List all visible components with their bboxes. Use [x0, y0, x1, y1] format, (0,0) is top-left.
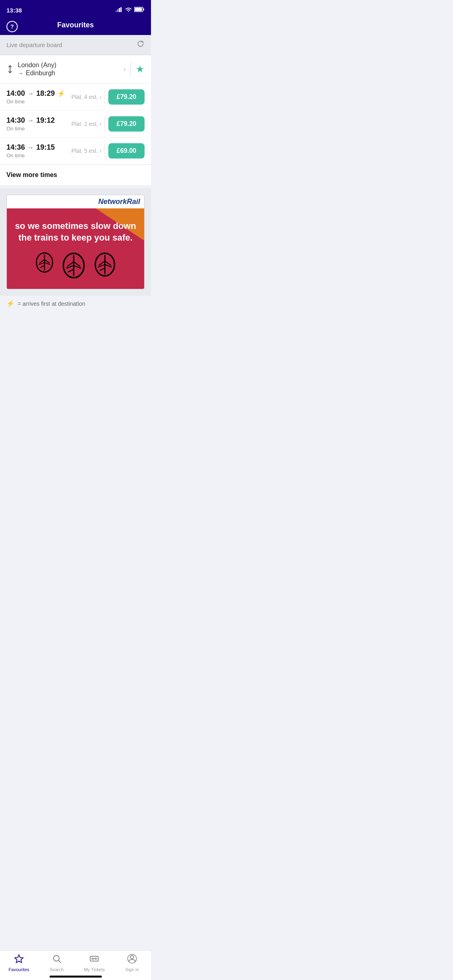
route-section[interactable]: London (Any) → Edinburgh › ★ [0, 55, 151, 84]
route-left: London (Any) → Edinburgh [6, 62, 56, 77]
platform-chevron-icon: › [99, 148, 101, 154]
network-rail-logo: NetworkRail [98, 198, 140, 206]
ad-header: NetworkRail [7, 195, 144, 208]
platform-info: Plat. 4 est. › [71, 94, 101, 100]
svg-rect-3 [120, 7, 122, 12]
ad-content: so we sometimes slow down the trains to … [7, 208, 144, 289]
train-arrow-icon: → [27, 144, 34, 151]
platform-chevron-icon: › [99, 94, 101, 100]
train-arrow-icon: → [27, 117, 34, 124]
refresh-icon[interactable] [137, 40, 145, 50]
train-item[interactable]: 14:36 → 19:15 On time Plat. 5 est. › £69… [0, 138, 151, 165]
svg-rect-2 [119, 8, 120, 12]
main-content: Live departure board London (Any) → Edin… [0, 35, 151, 344]
svg-rect-6 [135, 8, 142, 11]
page-title: Favourites [57, 21, 94, 29]
train-status: On time [6, 152, 71, 159]
train-left: 14:00 → 18:29 ⚡ On time [6, 89, 71, 105]
train-times: 14:00 → 18:29 ⚡ [6, 89, 71, 98]
view-more-label: View more times [6, 171, 57, 178]
platform-label: Plat. 4 est. [71, 94, 98, 100]
train-divider [105, 117, 105, 131]
wifi-icon [125, 7, 132, 14]
view-more-section[interactable]: View more times [0, 165, 151, 185]
price-button[interactable]: £79.20 [108, 116, 145, 132]
svg-rect-5 [143, 8, 145, 10]
train-left: 14:36 → 19:15 On time [6, 143, 71, 159]
platform-label: Plat. 5 est. [71, 148, 98, 154]
depart-time: 14:00 [6, 89, 25, 98]
route-right: › ★ [124, 62, 145, 76]
train-arrow-icon: → [27, 90, 34, 97]
route-to-row: → Edinburgh [18, 70, 56, 77]
svg-line-18 [68, 270, 74, 272]
help-button[interactable]: ? [6, 21, 18, 32]
platform-label: Plat. 2 est. [71, 121, 98, 127]
battery-icon [134, 6, 145, 14]
train-left: 14:30 → 19:12 On time [6, 116, 71, 132]
route-arrow-icon: → [18, 70, 23, 76]
route-divider [130, 62, 131, 76]
status-bar: 13:38 [0, 0, 151, 18]
departure-board-bar[interactable]: Live departure board [0, 35, 151, 55]
swap-icon[interactable] [6, 65, 14, 74]
signal-icon [116, 7, 123, 13]
lightning-icon: ⚡ [57, 90, 65, 97]
ad-card: NetworkRail so we sometimes slow down th… [6, 195, 145, 289]
legend-text: = arrives first at destination [18, 301, 85, 307]
price-button[interactable]: £79.20 [108, 89, 145, 105]
legend: ⚡ = arrives first at destination [0, 296, 151, 311]
leaf-icon [92, 251, 118, 278]
svg-line-11 [40, 266, 44, 268]
train-times: 14:36 → 19:15 [6, 143, 71, 152]
train-item[interactable]: 14:30 → 19:12 On time Plat. 2 est. › £79… [0, 111, 151, 138]
train-divider [105, 144, 105, 158]
status-time: 13:38 [6, 7, 22, 14]
favourite-star-icon[interactable]: ★ [136, 64, 145, 75]
route-info: London (Any) → Edinburgh [18, 62, 56, 77]
status-icons [116, 6, 145, 14]
train-item[interactable]: 14:00 → 18:29 ⚡ On time Plat. 4 est. › £… [0, 84, 151, 111]
arrive-time: 19:12 [36, 116, 55, 125]
depart-time: 14:30 [6, 116, 25, 125]
train-times: 14:30 → 19:12 [6, 116, 71, 125]
route-from: London (Any) [18, 62, 56, 69]
train-right: Plat. 2 est. › £79.20 [71, 116, 145, 132]
platform-chevron-icon: › [99, 121, 101, 127]
train-status: On time [6, 126, 71, 132]
depart-time: 14:36 [6, 143, 25, 152]
route-to: Edinburgh [26, 70, 55, 77]
ad-banner: NetworkRail so we sometimes slow down th… [0, 188, 151, 296]
train-divider [105, 90, 105, 104]
svg-line-25 [99, 268, 105, 271]
platform-info: Plat. 2 est. › [71, 121, 101, 127]
leaf-icon [33, 251, 56, 274]
legend-lightning-icon: ⚡ [6, 300, 14, 307]
ad-message: so we sometimes slow down the trains to … [15, 216, 136, 251]
ad-leaves-decoration [15, 251, 136, 284]
svg-rect-0 [116, 10, 117, 12]
platform-info: Plat. 5 est. › [71, 148, 101, 154]
train-status: On time [6, 99, 71, 105]
train-right: Plat. 5 est. › £69.00 [71, 143, 145, 159]
svg-rect-1 [117, 9, 118, 12]
train-right: Plat. 4 est. › £79.20 [71, 89, 145, 105]
arrive-time: 19:15 [36, 143, 55, 152]
route-chevron-icon[interactable]: › [124, 66, 126, 73]
arrive-time: 18:29 [36, 89, 55, 98]
departure-board-label: Live departure board [6, 41, 62, 48]
price-button[interactable]: £69.00 [108, 143, 145, 159]
train-list: 14:00 → 18:29 ⚡ On time Plat. 4 est. › £… [0, 84, 151, 165]
nav-bar: ? Favourites [0, 18, 151, 35]
leaf-icon [60, 251, 88, 280]
